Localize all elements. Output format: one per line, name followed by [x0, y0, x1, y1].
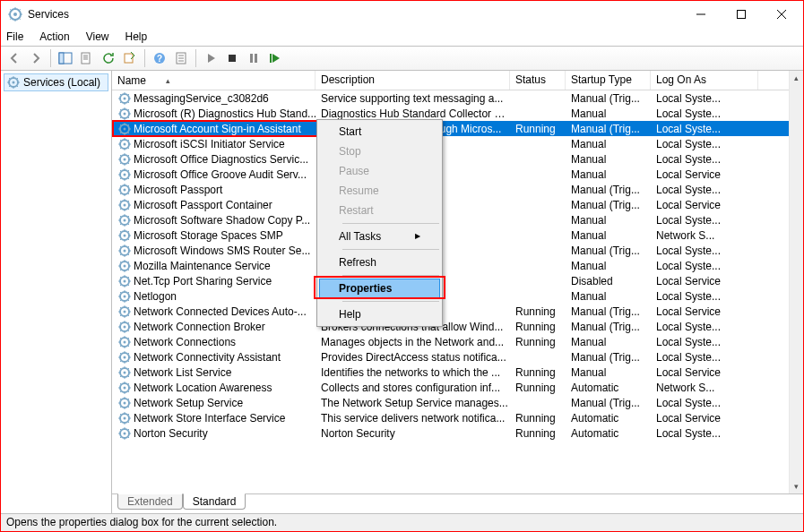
service-status: Running [510, 336, 566, 348]
service-row[interactable]: Netlogonnnel between ...ManualLocal Syst… [112, 288, 789, 304]
service-name: Microsoft Passport [134, 184, 222, 196]
menu-file[interactable]: File [6, 30, 23, 43]
service-row[interactable]: Microsoft Passporton for crypto...Manual… [112, 182, 789, 197]
scroll-up-icon[interactable]: ▴ [790, 71, 804, 85]
status-bar: Opens the properties dialog box for the … [1, 513, 803, 531]
service-logon: Local Service [651, 275, 758, 287]
gear-icon [6, 75, 21, 90]
service-icon [117, 289, 132, 304]
help-button[interactable]: ? [150, 48, 169, 68]
context-menu-start[interactable]: Start [319, 122, 440, 142]
service-row[interactable]: Mozilla Maintenance ServiceService ens..… [112, 258, 789, 273]
service-name: MessagingService_c3082d6 [134, 92, 269, 105]
service-icon [117, 426, 132, 441]
svg-point-25 [124, 158, 126, 160]
service-row[interactable]: Network Location AwarenessCollects and s… [112, 380, 789, 395]
close-button[interactable] [761, 2, 801, 27]
context-menu-refresh[interactable]: Refresh [319, 253, 440, 272]
menu-help[interactable]: Help [125, 30, 148, 43]
back-button[interactable] [4, 48, 24, 68]
svg-point-49 [124, 340, 126, 343]
properties-button[interactable] [171, 48, 191, 68]
column-headers: Name▴ Description Status Startup Type Lo… [112, 71, 789, 90]
column-header-name[interactable]: Name▴ [112, 71, 316, 90]
service-row[interactable]: Network Store Interface ServiceThis serv… [112, 410, 789, 425]
service-row[interactable]: Norton SecurityNorton SecurityRunningAut… [112, 425, 789, 441]
menu-action[interactable]: Action [39, 30, 69, 43]
service-icon [117, 183, 132, 197]
app-icon [8, 7, 22, 21]
service-startup: Manual (Trig... [566, 199, 651, 211]
context-menu-pause: Pause [319, 161, 440, 181]
service-logon: Local Service [651, 305, 758, 318]
service-row[interactable]: Microsoft Windows SMS Router Se...d on r… [112, 243, 789, 258]
context-menu-all-tasks[interactable]: All Tasks [319, 227, 440, 246]
svg-rect-12 [255, 54, 257, 63]
service-status: Running [510, 123, 566, 135]
service-logon: Local Syste... [651, 290, 758, 303]
service-row[interactable]: Network Connection BrokerBrokers connect… [112, 319, 789, 334]
service-name: Microsoft (R) Diagnostics Hub Stand... [134, 107, 316, 120]
service-description: Manages objects in the Network and... [316, 336, 510, 348]
service-row[interactable]: Microsoft Storage Spaces SMProsoft Stora… [112, 227, 789, 243]
service-name: Network Connections [134, 336, 236, 348]
service-description: This service delivers network notifica..… [316, 412, 510, 425]
column-header-startup[interactable]: Startup Type [566, 71, 651, 90]
export-list-button[interactable] [77, 48, 97, 68]
start-service-button[interactable] [201, 48, 220, 68]
context-menu-stop: Stop [319, 142, 440, 161]
scroll-down-icon[interactable]: ▾ [790, 479, 804, 493]
service-startup: Manual (Trig... [566, 397, 651, 409]
service-name: Network Setup Service [134, 397, 243, 409]
column-header-description[interactable]: Description [316, 71, 510, 90]
tab-standard[interactable]: Standard [183, 493, 246, 510]
service-row[interactable]: Network ConnectionsManages objects in th… [112, 334, 789, 349]
service-row[interactable]: MessagingService_c3082d6Service supporti… [112, 90, 789, 106]
service-icon [117, 122, 132, 136]
service-startup: Manual [566, 138, 651, 150]
forward-button[interactable] [26, 48, 46, 68]
service-row[interactable]: Microsoft Account Sign-in AssistantEnabl… [112, 121, 789, 136]
service-row[interactable]: Microsoft Software Shadow Copy P...ed vo… [112, 212, 789, 227]
maximize-button[interactable] [721, 2, 761, 27]
svg-rect-10 [229, 55, 236, 62]
svg-point-45 [124, 310, 126, 313]
svg-rect-11 [250, 54, 253, 63]
service-row[interactable]: Microsoft Passport Containerntity keys u… [112, 197, 789, 212]
service-status: Running [510, 366, 566, 379]
service-row[interactable]: Microsoft Office Groove Audit Serv...Man… [112, 167, 789, 182]
tree-item-label: Services (Local) [23, 76, 100, 89]
service-row[interactable]: Microsoft (R) Diagnostics Hub Stand...Di… [112, 106, 789, 121]
view-tabs: Extended Standard [112, 493, 803, 513]
minimize-button[interactable] [680, 2, 721, 27]
service-logon: Local Syste... [651, 351, 758, 364]
service-name: Microsoft Windows SMS Router Se... [134, 245, 310, 257]
tab-extended[interactable]: Extended [117, 493, 183, 510]
show-hide-tree-button[interactable] [56, 48, 75, 68]
service-row[interactable]: Net.Tcp Port Sharing Servicee TCP ports … [112, 273, 789, 288]
vertical-scrollbar[interactable]: ▴ ▾ [789, 71, 803, 493]
service-row[interactable]: Network Setup ServiceThe Network Setup S… [112, 395, 789, 410]
export-button[interactable] [120, 48, 140, 68]
service-description: Provides DirectAccess status notifica... [316, 351, 510, 364]
service-row[interactable]: Network Connectivity AssistantProvides D… [112, 349, 789, 365]
context-menu-properties[interactable]: Properties [319, 279, 440, 298]
service-row[interactable]: Network Connected Devices Auto-...vices … [112, 304, 789, 319]
svg-point-59 [124, 416, 126, 419]
stop-service-button[interactable] [222, 48, 242, 68]
restart-service-button[interactable] [265, 48, 285, 68]
service-row[interactable]: Network List ServiceIdentifies the netwo… [112, 365, 789, 380]
toolbar: ? [1, 46, 803, 71]
service-row[interactable]: Microsoft Office Diagnostics Servic...ft… [112, 151, 789, 167]
refresh-button[interactable] [99, 48, 118, 68]
service-row[interactable]: Microsoft iSCSI Initiator Service(iSCSI)… [112, 136, 789, 151]
column-header-status[interactable]: Status [510, 71, 566, 90]
column-header-logon[interactable]: Log On As [651, 71, 758, 90]
service-logon: Local Service [651, 168, 758, 181]
tree-item-services-local[interactable]: Services (Local) [4, 73, 108, 91]
menu-view[interactable]: View [86, 30, 109, 43]
pause-service-button[interactable] [244, 48, 264, 68]
service-startup: Manual [566, 168, 651, 181]
context-menu-help[interactable]: Help [319, 305, 440, 324]
service-name: Network Connected Devices Auto-... [134, 305, 307, 318]
